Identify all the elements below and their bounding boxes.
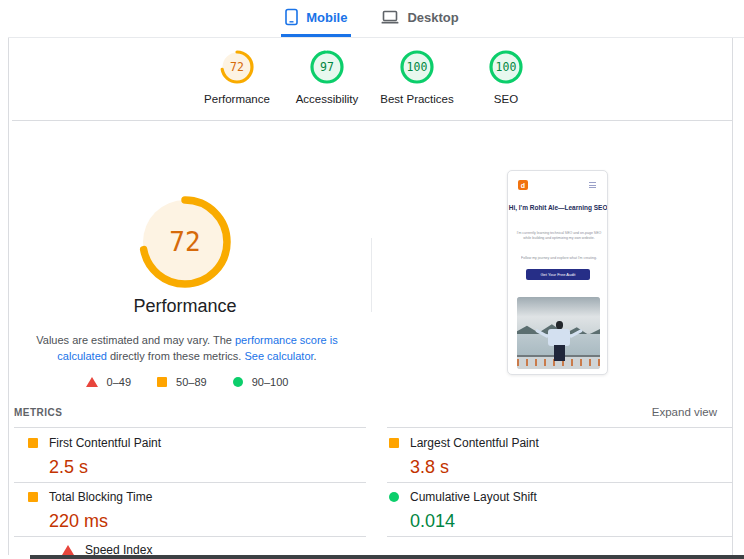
card-top-border bbox=[8, 37, 744, 38]
orange-square-icon bbox=[28, 492, 38, 502]
metric-divider bbox=[14, 427, 366, 428]
legend-average-range: 50–89 bbox=[176, 376, 207, 388]
green-circle-icon bbox=[233, 377, 243, 387]
thumb-cta-button: Get Your Free Audit bbox=[526, 269, 590, 280]
viewport-bottom-edge bbox=[30, 555, 744, 559]
legend-average: 50–89 bbox=[157, 376, 207, 388]
thumb-hero-photo bbox=[517, 297, 600, 369]
metric-total-blocking-time: Total Blocking Time 220 ms bbox=[28, 490, 152, 532]
red-triangle-icon bbox=[86, 377, 98, 387]
hamburger-menu-icon bbox=[589, 182, 596, 190]
card-right-border bbox=[732, 37, 733, 555]
page-screenshot-thumbnail[interactable]: d Hi, I'm Rohit Ale—Learning SEO. I'm cu… bbox=[507, 170, 608, 375]
metric-cumulative-layout-shift: Cumulative Layout Shift 0.014 bbox=[389, 490, 537, 532]
desktop-laptop-icon bbox=[381, 10, 399, 25]
disclaimer-text: . bbox=[314, 350, 317, 362]
metric-value: 220 ms bbox=[49, 511, 152, 532]
green-circle-icon bbox=[389, 492, 399, 502]
metric-divider bbox=[14, 536, 366, 537]
performance-heading: Performance bbox=[85, 296, 285, 317]
tab-desktop-label: Desktop bbox=[407, 10, 458, 25]
summary-divider bbox=[371, 238, 372, 312]
legend-poor: 0–49 bbox=[86, 376, 131, 388]
score-gauge-seo[interactable]: 100 SEO bbox=[451, 49, 561, 105]
metric-divider bbox=[387, 482, 732, 483]
metric-name: Largest Contentful Paint bbox=[410, 436, 539, 450]
device-tabbar: Mobile Desktop bbox=[0, 0, 744, 37]
orange-square-icon bbox=[28, 438, 38, 448]
thumb-heading: Hi, I'm Rohit Ale—Learning SEO. bbox=[509, 204, 609, 212]
orange-square-icon bbox=[389, 438, 399, 448]
red-triangle-icon bbox=[62, 545, 74, 555]
see-calculator-link[interactable]: See calculator bbox=[244, 350, 313, 362]
performance-score-value: 72 bbox=[137, 194, 233, 290]
expand-view-button[interactable]: Expand view bbox=[652, 406, 717, 418]
metrics-section-title: METRICS bbox=[14, 407, 63, 418]
scores-divider bbox=[12, 120, 732, 121]
score-label: SEO bbox=[451, 93, 561, 105]
tab-desktop[interactable]: Desktop bbox=[377, 0, 462, 37]
metric-first-contentful-paint: First Contentful Paint 2.5 s bbox=[28, 436, 161, 478]
thumb-paragraph: Follow my journey and explore what I'm c… bbox=[515, 255, 604, 260]
tab-mobile-label: Mobile bbox=[306, 10, 347, 25]
site-logo: d bbox=[518, 180, 528, 190]
metric-value: 2.5 s bbox=[49, 457, 161, 478]
disclaimer-text: Values are estimated and may vary. The bbox=[36, 334, 235, 346]
score-disclaimer: Values are estimated and may vary. The p… bbox=[22, 332, 352, 364]
metric-value: 0.014 bbox=[410, 511, 537, 532]
card-left-border bbox=[8, 37, 9, 555]
legend-good-range: 90–100 bbox=[252, 376, 289, 388]
pagespeed-report: Mobile Desktop 72 Performance 97 Accessi… bbox=[0, 0, 744, 559]
performance-gauge[interactable]: 72 bbox=[137, 194, 233, 290]
metric-divider bbox=[387, 536, 732, 537]
metric-name: Cumulative Layout Shift bbox=[410, 490, 537, 504]
mobile-phone-icon bbox=[285, 8, 298, 26]
metric-name: First Contentful Paint bbox=[49, 436, 161, 450]
tab-mobile[interactable]: Mobile bbox=[281, 0, 351, 37]
legend-good: 90–100 bbox=[233, 376, 289, 388]
score-legend: 0–49 50–89 90–100 bbox=[22, 376, 352, 388]
metric-name: Total Blocking Time bbox=[49, 490, 152, 504]
metric-value: 3.8 s bbox=[410, 457, 539, 478]
score-value: 100 bbox=[451, 60, 561, 74]
legend-poor-range: 0–49 bbox=[107, 376, 131, 388]
orange-square-icon bbox=[157, 377, 167, 387]
metric-largest-contentful-paint: Largest Contentful Paint 3.8 s bbox=[389, 436, 539, 478]
metric-divider bbox=[14, 482, 366, 483]
disclaimer-text: directly from these metrics. bbox=[107, 350, 245, 362]
metric-divider bbox=[387, 427, 732, 428]
thumb-paragraph: I'm currently learning technical SEO and… bbox=[515, 230, 604, 241]
